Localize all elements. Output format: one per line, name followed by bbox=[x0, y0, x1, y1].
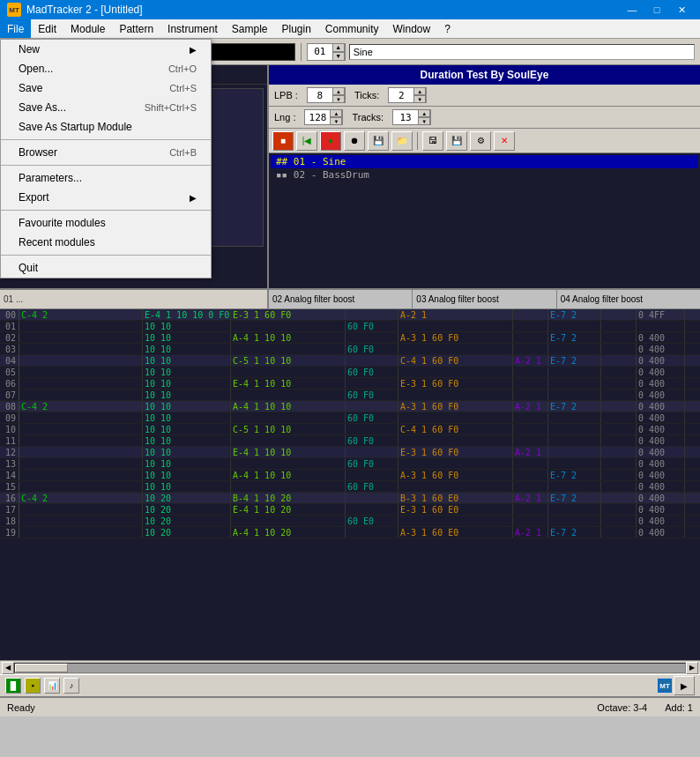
cell-00-7[interactable] bbox=[601, 309, 637, 320]
ticks-down[interactable]: ▼ bbox=[413, 95, 426, 103]
cell-00-0[interactable]: C-4 2 bbox=[19, 309, 143, 320]
cell-04-1[interactable]: 10 10 bbox=[143, 355, 231, 366]
cell-08-0[interactable]: C-4 2 bbox=[19, 401, 143, 412]
close-button[interactable]: ✕ bbox=[670, 2, 693, 18]
cell-08-5[interactable]: A-2 1 bbox=[513, 401, 548, 412]
btn-save-disk[interactable]: 💾 bbox=[368, 131, 389, 151]
cell-05-4[interactable] bbox=[398, 367, 513, 377]
cell-12-5[interactable]: A-2 1 bbox=[513, 447, 548, 457]
cell-19-2[interactable]: A-4 1 10 20 bbox=[231, 527, 346, 538]
cell-15-5[interactable] bbox=[513, 481, 548, 492]
cell-04-7[interactable] bbox=[601, 355, 637, 366]
cell-06-1[interactable]: 10 10 bbox=[143, 378, 231, 389]
cell-15-6[interactable] bbox=[548, 481, 601, 492]
cell-11-0[interactable] bbox=[19, 435, 143, 446]
cell-07-4[interactable] bbox=[398, 390, 513, 400]
cell-16-2[interactable]: B-4 1 10 20 bbox=[231, 493, 346, 503]
tracks-down[interactable]: ▼ bbox=[418, 117, 430, 125]
cell-05-0[interactable] bbox=[19, 367, 143, 377]
cell-00-1[interactable]: E-4 1 10 10 0 F02 bbox=[143, 309, 231, 320]
cell-08-4[interactable]: A-3 1 60 F0 bbox=[398, 401, 513, 412]
cell-19-4[interactable]: A-3 1 60 E0 bbox=[398, 527, 513, 538]
cell-10-4[interactable]: C-4 1 60 F0 bbox=[398, 424, 513, 434]
cell-05-1[interactable]: 10 10 bbox=[143, 367, 231, 377]
scrollbar-track[interactable] bbox=[14, 663, 686, 673]
cell-07-7[interactable] bbox=[601, 390, 637, 400]
scrollbar-thumb[interactable] bbox=[15, 664, 68, 672]
maximize-button[interactable]: □ bbox=[645, 2, 668, 18]
cell-14-5[interactable] bbox=[513, 470, 548, 480]
cell-06-5[interactable] bbox=[513, 378, 548, 389]
cell-17-3[interactable] bbox=[346, 504, 398, 515]
cell-05-3[interactable]: 60 F0 bbox=[346, 367, 398, 377]
cell-18-6[interactable] bbox=[548, 516, 601, 526]
btn-folder[interactable]: 📁 bbox=[391, 131, 413, 151]
cell-16-5[interactable]: A-2 1 bbox=[513, 493, 548, 503]
cell-13-0[interactable] bbox=[19, 458, 143, 469]
cell-08-6[interactable]: E-7 2 bbox=[548, 401, 601, 412]
cell-01-3[interactable]: 60 F0 bbox=[346, 321, 398, 331]
cell-04-2[interactable]: C-5 1 10 10 bbox=[231, 355, 346, 366]
cell-07-0[interactable] bbox=[19, 390, 143, 400]
cell-11-7[interactable] bbox=[601, 435, 637, 446]
cell-10-3[interactable] bbox=[346, 424, 398, 434]
menu-favourite[interactable]: Favourite modules bbox=[1, 213, 211, 233]
cell-08-2[interactable]: A-4 1 10 10 bbox=[231, 401, 346, 412]
menu-plugin[interactable]: Plugin bbox=[274, 19, 317, 38]
cell-13-2[interactable] bbox=[231, 458, 346, 469]
cell-09-5[interactable] bbox=[513, 412, 548, 423]
pattern-editor[interactable]: 00C-4 2E-4 1 10 10 0 F02E-3 1 60 F0A-2 1… bbox=[0, 309, 700, 660]
cell-13-3[interactable]: 60 F0 bbox=[346, 458, 398, 469]
cell-10-5[interactable] bbox=[513, 424, 548, 434]
cell-16-1[interactable]: 10 20 bbox=[143, 493, 231, 503]
cell-12-8[interactable]: 0 400 bbox=[637, 447, 685, 457]
cell-18-7[interactable] bbox=[601, 516, 637, 526]
cell-02-2[interactable]: A-4 1 10 10 bbox=[231, 332, 346, 343]
cell-13-4[interactable] bbox=[398, 458, 513, 469]
cell-08-8[interactable]: 0 400 bbox=[637, 401, 685, 412]
cell-13-5[interactable] bbox=[513, 458, 548, 469]
cell-01-6[interactable] bbox=[548, 321, 601, 331]
bottom-btn-note[interactable]: ♪ bbox=[63, 678, 79, 694]
menu-help[interactable]: ? bbox=[437, 19, 458, 38]
menu-file[interactable]: File bbox=[0, 19, 31, 38]
cell-05-7[interactable] bbox=[601, 367, 637, 377]
menu-window[interactable]: Window bbox=[386, 19, 438, 38]
cell-00-5[interactable] bbox=[513, 309, 548, 320]
instrument-item-1[interactable]: ▪▪ 02 - BassDrum bbox=[271, 168, 698, 182]
cell-19-1[interactable]: 10 20 bbox=[143, 527, 231, 538]
btn-floppy[interactable]: 🖫 bbox=[422, 131, 443, 151]
cell-13-1[interactable]: 10 10 bbox=[143, 458, 231, 469]
cell-19-6[interactable]: E-7 2 bbox=[548, 527, 601, 538]
cell-11-6[interactable] bbox=[548, 435, 601, 446]
cell-19-8[interactable]: 0 400 bbox=[637, 527, 685, 538]
scroll-right-btn[interactable]: ▶ bbox=[686, 662, 698, 674]
menu-save-startup[interactable]: Save As Startup Module bbox=[1, 117, 211, 137]
btn-settings[interactable]: ⚙ bbox=[470, 131, 491, 151]
cell-17-5[interactable] bbox=[513, 504, 548, 515]
cell-18-8[interactable]: 0 400 bbox=[637, 516, 685, 526]
cell-07-5[interactable] bbox=[513, 390, 548, 400]
btn-play[interactable]: ● bbox=[320, 131, 341, 151]
cell-09-1[interactable]: 10 10 bbox=[143, 412, 231, 423]
cell-00-6[interactable]: E-7 2 bbox=[548, 309, 601, 320]
cell-03-3[interactable]: 60 F0 bbox=[346, 344, 398, 354]
cell-12-0[interactable] bbox=[19, 447, 143, 457]
cell-14-3[interactable] bbox=[346, 470, 398, 480]
cell-12-7[interactable] bbox=[601, 447, 637, 457]
cell-09-0[interactable] bbox=[19, 412, 143, 423]
cell-07-1[interactable]: 10 10 bbox=[143, 390, 231, 400]
cell-10-8[interactable]: 0 400 bbox=[637, 424, 685, 434]
bottom-btn-2[interactable]: ▪ bbox=[25, 678, 41, 694]
lpb-up[interactable]: ▲ bbox=[332, 87, 345, 95]
cell-08-7[interactable] bbox=[601, 401, 637, 412]
cell-14-2[interactable]: A-4 1 10 10 bbox=[231, 470, 346, 480]
cell-00-8[interactable]: 0 4FF bbox=[637, 309, 685, 320]
menu-export[interactable]: Export ▶ bbox=[1, 188, 211, 207]
cell-17-0[interactable] bbox=[19, 504, 143, 515]
cell-18-5[interactable] bbox=[513, 516, 548, 526]
cell-04-8[interactable]: 0 400 bbox=[637, 355, 685, 366]
cell-04-0[interactable] bbox=[19, 355, 143, 366]
cell-01-7[interactable] bbox=[601, 321, 637, 331]
cell-01-0[interactable] bbox=[19, 321, 143, 331]
